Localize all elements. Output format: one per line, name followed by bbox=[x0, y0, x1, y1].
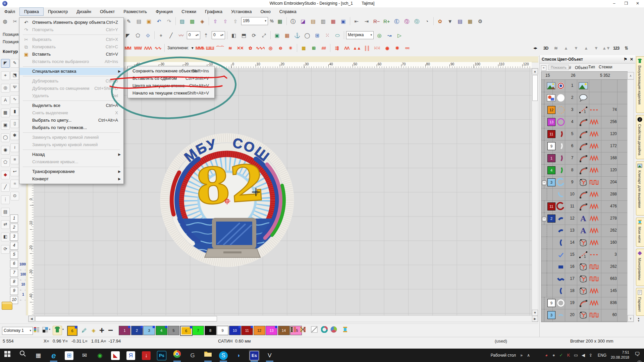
object-row-2[interactable]: 2 bbox=[541, 92, 627, 104]
scale-tool-icon[interactable]: ⤢ bbox=[259, 31, 269, 40]
dots-red-icon[interactable]: ⁙ bbox=[323, 31, 332, 40]
fill-caret-icon[interactable]: ▾ bbox=[192, 43, 194, 53]
rotate-minus-icon[interactable]: R− bbox=[372, 17, 381, 26]
hoop-show-icon[interactable]: ◯ bbox=[303, 31, 312, 40]
weave-fill-icon[interactable]: ≈≈ bbox=[402, 44, 412, 53]
resequence-icon[interactable]: ▲▼ bbox=[601, 44, 611, 53]
side-tab-clipart[interactable]: Клипарт для вышивки bbox=[636, 161, 644, 216]
submenu-item-Центр на текущем стежке[interactable]: Центр на текущем стежкеCtrl+Alt+V bbox=[128, 82, 214, 89]
visualizer-caret[interactable]: ▾ bbox=[62, 328, 64, 331]
menu-item-Дублировать[interactable]: ДублироватьCtrl+D bbox=[19, 77, 123, 85]
menu-item-Копировать[interactable]: ⧉КопироватьCtrl+C bbox=[19, 43, 123, 51]
stem-stitch[interactable]: ≈ bbox=[10, 180, 19, 188]
color-swatch-1[interactable]: 1 bbox=[547, 154, 555, 162]
color-swatch-2[interactable]: 2 bbox=[547, 215, 555, 223]
object-row-1[interactable]: 1 bbox=[541, 80, 627, 92]
color-swatch-9[interactable]: 9 bbox=[547, 299, 555, 307]
desktop-toolbar-label[interactable]: Рабочий стол bbox=[491, 349, 516, 362]
film-strip-icon[interactable]: ▥ bbox=[319, 17, 328, 26]
knife-icon[interactable]: ╱ bbox=[166, 31, 176, 40]
reshape-object-icon[interactable]: ⟐ bbox=[143, 31, 153, 40]
pencil-tool-icon[interactable]: ✎ bbox=[124, 17, 133, 26]
embroidery-studio-icon[interactable]: Es bbox=[249, 350, 260, 361]
menu-item-Конверт[interactable]: Конверт▶ bbox=[19, 175, 123, 183]
redo-icon[interactable]: ↷ bbox=[164, 17, 174, 26]
stitch-up-icon[interactable]: ▲ bbox=[581, 44, 591, 53]
colorway-swatch-9[interactable]: 9 bbox=[217, 326, 228, 335]
object-row-4[interactable]: 134256 bbox=[541, 116, 627, 128]
menu-item-Выбрать по типу стежков...[interactable]: Выбрать по типу стежков... bbox=[19, 124, 123, 131]
colorway-swatch-4[interactable]: 4 bbox=[156, 326, 167, 335]
object-row-14[interactable]: 14+160 bbox=[541, 237, 627, 249]
design-info-icon[interactable]: ⓘ bbox=[288, 17, 298, 26]
object-row-11[interactable]: 1111476 bbox=[541, 200, 627, 213]
metric-combo[interactable]: Метрика▾ bbox=[346, 31, 374, 39]
settings-gear-icon[interactable]: ⚙ bbox=[476, 17, 485, 26]
browser-icon[interactable]: ◗ bbox=[233, 350, 244, 361]
swatch-spinner[interactable]: ▲▼ bbox=[279, 326, 282, 333]
dots-fill-icon[interactable]: ⁙⁙ bbox=[372, 44, 382, 53]
colorway-swatch-3[interactable]: 3 bbox=[143, 326, 155, 335]
menu-Окно[interactable]: Окно bbox=[256, 7, 275, 16]
downloader-icon[interactable]: ↓ bbox=[141, 350, 152, 361]
menu-item-Вырезать[interactable]: ✂ВырезатьCtrl+X bbox=[19, 36, 123, 43]
update-icon[interactable]: ● bbox=[550, 349, 557, 362]
submenu-item-Вставлять со сдвигом[interactable]: Вставлять со сдвигомCtrl+Shift+V bbox=[128, 75, 214, 82]
object-row-12[interactable]: −212A278 bbox=[541, 213, 627, 225]
rotate-plus-icon[interactable]: R+ bbox=[382, 17, 391, 26]
target-tool[interactable]: ◉ bbox=[1, 146, 10, 155]
steps-123-icon[interactable]: 123 bbox=[611, 44, 621, 53]
menu-Просмотр[interactable]: Просмотр bbox=[44, 7, 72, 16]
menu-Графика[interactable]: Графика bbox=[201, 7, 227, 16]
submenu-item-Начало на текущем стежке[interactable]: Начало на текущем стежкеShift+Alt+V bbox=[128, 89, 214, 97]
remove-overlap-up-icon[interactable]: ▲ bbox=[561, 44, 571, 53]
yandex-icon[interactable]: Я bbox=[125, 350, 136, 361]
remove-color-button[interactable]: − bbox=[108, 325, 113, 335]
column-a[interactable]: ▮ bbox=[10, 107, 19, 116]
select-arrow[interactable]: ◤ bbox=[1, 59, 10, 68]
volume-icon[interactable]: ◀ bbox=[580, 349, 587, 362]
penetration-tool[interactable]: ⋮ bbox=[1, 195, 10, 204]
object-row-20[interactable]: 320+60 bbox=[541, 309, 627, 321]
thread-match-icon[interactable] bbox=[289, 326, 298, 335]
graphics-a-icon[interactable]: ▣ bbox=[272, 31, 282, 40]
kern-left-icon[interactable]: ⇤ bbox=[352, 17, 361, 26]
satin-fill-icon[interactable]: ΜΜΜ bbox=[195, 44, 205, 53]
tatami-fill-icon[interactable]: ШШ bbox=[205, 44, 215, 53]
stitch-select-2[interactable]: 2 bbox=[10, 224, 18, 232]
open-folder-icon[interactable] bbox=[2, 302, 12, 310]
colorway-swatch-8[interactable]: 8 bbox=[205, 326, 216, 335]
zoom-caret-icon[interactable]: ▾ bbox=[265, 17, 266, 24]
box-select-icon[interactable]: ◤ bbox=[123, 31, 132, 40]
tri-fill-b-icon[interactable]: ▲▲ bbox=[352, 44, 362, 53]
metric-caret-icon[interactable]: ▾ bbox=[370, 32, 372, 38]
pattern-gold-icon[interactable]: ▦ bbox=[299, 44, 308, 53]
save-layout-icon[interactable]: ▼ bbox=[445, 17, 455, 26]
color-donut-icon[interactable] bbox=[320, 326, 329, 335]
color-picker-icon[interactable]: 🖉 bbox=[79, 326, 89, 335]
outline-satin-icon[interactable]: WW bbox=[133, 44, 143, 53]
pen-ring-icon[interactable]: ◎ bbox=[375, 31, 384, 40]
oval-teal-icon[interactable]: ⬭ bbox=[333, 31, 342, 40]
vertical-scroll-thumb[interactable] bbox=[532, 75, 538, 101]
start-button[interactable] bbox=[2, 350, 13, 361]
cross-stitch-icon[interactable]: ✕✕ bbox=[235, 44, 245, 53]
colorway-swatch-11[interactable]: 11 bbox=[241, 326, 253, 335]
object-row-5[interactable]: 115120 bbox=[541, 128, 627, 140]
arrows-fill-icon[interactable]: ⇶ bbox=[332, 44, 341, 53]
object-row-19[interactable]: 919836 bbox=[541, 297, 627, 309]
network-icon[interactable]: ▭ bbox=[572, 349, 580, 362]
object-row-15[interactable]: 1513 bbox=[541, 249, 627, 261]
compass-icon[interactable]: ◔ bbox=[422, 17, 432, 26]
closed-object[interactable]: ⬔ bbox=[10, 71, 19, 80]
object-swap-icon[interactable]: ✂ bbox=[10, 17, 20, 26]
menu-item-Дублировать со смещением[interactable]: Дублировать со смещениемCtrl+Shift+D bbox=[19, 85, 123, 92]
action-center-icon[interactable]: 🗨 1 bbox=[635, 351, 640, 362]
colorway-swatch-13[interactable]: 13 bbox=[266, 326, 277, 335]
outline-wave-icon[interactable]: ∿∿ bbox=[153, 44, 163, 53]
object-row-8[interactable]: 48120 bbox=[541, 164, 627, 177]
color-swatch-3[interactable]: 3 bbox=[547, 311, 555, 319]
gimp-icon[interactable]: G bbox=[187, 350, 198, 361]
motif-run[interactable]: ✱ bbox=[10, 131, 19, 140]
colorway-swatch-2[interactable]: 2 bbox=[131, 326, 143, 335]
